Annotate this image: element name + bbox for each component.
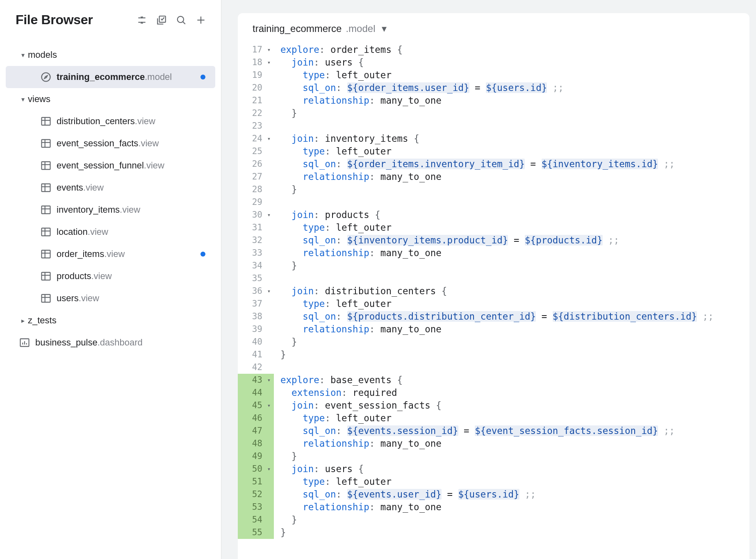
gutter-line[interactable]: 47 [238,425,274,437]
gutter-line[interactable]: 27 [238,170,274,183]
chevron-down-icon[interactable]: ▾ [18,95,28,103]
code-line[interactable]: } [274,183,749,196]
code-line[interactable]: type: left_outer [274,69,749,82]
gutter-line[interactable]: 35 [238,272,274,285]
gutter-line[interactable]: 26 [238,158,274,170]
code-line[interactable]: type: left_outer [274,475,749,488]
gutter-line[interactable]: 24▾ [238,132,274,145]
file-event_session_funnel[interactable]: event_session_funnel.view [6,155,215,177]
fold-toggle-icon[interactable]: ▾ [264,43,274,56]
code-line[interactable]: } [274,107,749,120]
code-line[interactable]: join: users { [274,463,749,475]
file-training_ecommerce[interactable]: training_ecommerce.model [6,66,215,88]
gutter-line[interactable]: 45▾ [238,399,274,412]
gutter-line[interactable]: 33 [238,247,274,259]
code-line[interactable]: type: left_outer [274,221,749,234]
gutter-line[interactable]: 34 [238,259,274,272]
code-line[interactable]: } [274,259,749,272]
code-line[interactable]: relationship: many_to_one [274,247,749,259]
gutter-line[interactable]: 32 [238,234,274,247]
code-line[interactable]: relationship: many_to_one [274,501,749,514]
code-line[interactable]: sql_on: ${order_items.user_id} = ${users… [274,82,749,94]
code-line[interactable] [274,272,749,285]
code-line[interactable]: sql_on: ${products.distribution_center_i… [274,310,749,323]
fold-toggle-icon[interactable]: ▾ [264,399,274,412]
code-line[interactable]: extension: required [274,386,749,399]
collapse-icon[interactable] [137,15,147,25]
code-line[interactable]: explore: order_items { [274,43,749,56]
code-line[interactable] [274,361,749,374]
code-line[interactable]: } [274,514,749,526]
gutter-line[interactable]: 51 [238,475,274,488]
code-line[interactable]: relationship: many_to_one [274,94,749,107]
gutter-line[interactable]: 37 [238,298,274,310]
code-line[interactable]: } [274,336,749,348]
code-line[interactable]: type: left_outer [274,298,749,310]
file-users[interactable]: users.view [6,287,215,309]
code-line[interactable]: relationship: many_to_one [274,437,749,450]
file-business_pulse[interactable]: business_pulse.dashboard [6,332,215,354]
folder-views[interactable]: ▾views [6,88,215,110]
gutter-line[interactable]: 52 [238,488,274,501]
bulk-select-icon[interactable] [156,15,167,25]
file-order_items[interactable]: order_items.view [6,243,215,265]
code-line[interactable]: join: distribution_centers { [274,285,749,298]
code-line[interactable]: sql_on: ${inventory_items.product_id} = … [274,234,749,247]
code-line[interactable]: explore: base_events { [274,374,749,386]
folder-z_tests[interactable]: ▸z_tests [6,309,215,332]
gutter-line[interactable]: 40 [238,336,274,348]
code-line[interactable] [274,196,749,209]
gutter-line[interactable]: 54 [238,514,274,526]
code-content[interactable]: explore: order_items { join: users { typ… [274,43,749,559]
add-icon[interactable] [196,15,206,25]
gutter-line[interactable]: 55 [238,526,274,539]
gutter-line[interactable]: 49 [238,450,274,463]
code-line[interactable]: join: inventory_items { [274,132,749,145]
gutter-line[interactable]: 48 [238,437,274,450]
fold-toggle-icon[interactable]: ▾ [264,56,274,69]
gutter-line[interactable]: 50▾ [238,463,274,475]
file-events[interactable]: events.view [6,177,215,199]
gutter-line[interactable]: 23 [238,120,274,132]
editor-tab[interactable]: training_ecommerce.model ▾ [238,13,749,43]
gutter-line[interactable]: 31 [238,221,274,234]
gutter-line[interactable]: 25 [238,145,274,158]
gutter-line[interactable]: 29 [238,196,274,209]
fold-toggle-icon[interactable]: ▾ [264,463,274,475]
gutter-line[interactable]: 42 [238,361,274,374]
gutter-line[interactable]: 21 [238,94,274,107]
code-editor[interactable]: 17▾18▾192021222324▾252627282930▾31323334… [238,43,749,559]
gutter-line[interactable]: 36▾ [238,285,274,298]
file-event_session_facts[interactable]: event_session_facts.view [6,132,215,155]
gutter-line[interactable]: 53 [238,501,274,514]
fold-toggle-icon[interactable]: ▾ [264,374,274,386]
chevron-right-icon[interactable]: ▸ [18,317,28,325]
gutter-line[interactable]: 44 [238,386,274,399]
file-inventory_items[interactable]: inventory_items.view [6,199,215,221]
fold-toggle-icon[interactable]: ▾ [264,285,274,298]
gutter-line[interactable]: 28 [238,183,274,196]
caret-down-icon[interactable]: ▾ [382,23,387,34]
code-line[interactable]: sql_on: ${order_items.inventory_item_id}… [274,158,749,170]
code-line[interactable]: relationship: many_to_one [274,323,749,336]
code-line[interactable]: } [274,348,749,361]
file-location[interactable]: location.view [6,221,215,243]
gutter-line[interactable]: 38 [238,310,274,323]
fold-toggle-icon[interactable]: ▾ [264,132,274,145]
code-line[interactable]: relationship: many_to_one [274,170,749,183]
gutter-line[interactable]: 30▾ [238,209,274,221]
code-line[interactable]: sql_on: ${events.user_id} = ${users.id} … [274,488,749,501]
code-line[interactable]: join: users { [274,56,749,69]
gutter-line[interactable]: 18▾ [238,56,274,69]
code-line[interactable]: } [274,526,749,539]
gutter-line[interactable]: 17▾ [238,43,274,56]
code-line[interactable]: join: products { [274,209,749,221]
gutter-line[interactable]: 19 [238,69,274,82]
code-line[interactable] [274,120,749,132]
gutter-line[interactable]: 43▾ [238,374,274,386]
gutter-line[interactable]: 39 [238,323,274,336]
code-line[interactable]: type: left_outer [274,412,749,425]
gutter-line[interactable]: 20 [238,82,274,94]
code-line[interactable]: sql_on: ${events.session_id} = ${event_s… [274,425,749,437]
gutter-line[interactable]: 22 [238,107,274,120]
